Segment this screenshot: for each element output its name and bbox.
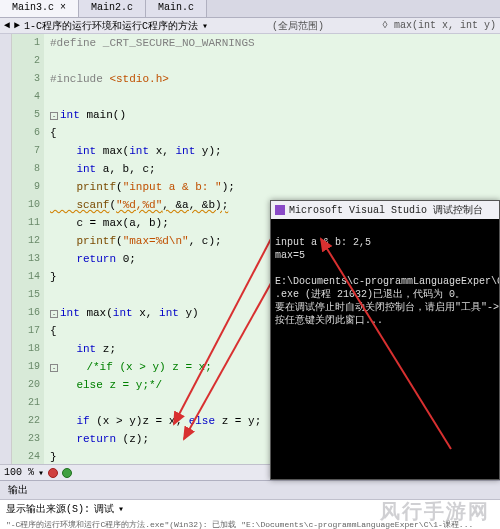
fold-icon[interactable]: - xyxy=(50,364,58,372)
chevron-down-icon[interactable]: ▾ xyxy=(118,503,124,515)
nav-fwd-icon[interactable]: ► xyxy=(14,20,20,31)
output-panel: 输出 显示输出来源(S): 调试 ▾ "-C程序的运行环境和运行C程序的方法.e… xyxy=(0,480,500,528)
chevron-down-icon[interactable]: ▾ xyxy=(38,467,44,479)
output-tab[interactable]: 输出 xyxy=(0,481,500,500)
annotation-arrow-console xyxy=(271,219,499,479)
debug-console-window[interactable]: Microsoft Visual Studio 调试控制台 input a & … xyxy=(270,200,500,480)
tab-main2[interactable]: Main2.c xyxy=(79,0,146,17)
vs-icon xyxy=(275,205,285,215)
nav-back-icon[interactable]: ◄ xyxy=(4,20,10,31)
close-icon[interactable]: × xyxy=(60,2,66,13)
console-title-text: Microsoft Visual Studio 调试控制台 xyxy=(289,203,483,217)
console-titlebar[interactable]: Microsoft Visual Studio 调试控制台 xyxy=(271,201,499,219)
output-source-dropdown[interactable]: 调试 xyxy=(94,502,114,516)
project-dropdown[interactable]: 1-C程序的运行环境和运行C程序的方法 xyxy=(24,19,198,33)
fold-icon[interactable]: - xyxy=(50,112,58,120)
chevron-down-icon[interactable]: ▾ xyxy=(202,20,208,32)
ok-indicator-icon[interactable] xyxy=(62,468,72,478)
line-number-gutter: 123456789101112131415161718192021222324 xyxy=(12,34,44,464)
function-dropdown[interactable]: ◊ max(int x, int y) xyxy=(382,20,496,31)
error-indicator-icon[interactable] xyxy=(48,468,58,478)
editor-margin xyxy=(0,34,12,464)
output-source-label: 显示输出来源(S): xyxy=(6,502,90,516)
fold-icon[interactable]: - xyxy=(50,310,58,318)
scope-dropdown[interactable]: (全局范围) xyxy=(272,19,324,33)
tab-main[interactable]: Main.c xyxy=(146,0,207,17)
zoom-level[interactable]: 100 % xyxy=(4,467,34,478)
file-tabs: Main3.c × Main2.c Main.c xyxy=(0,0,500,18)
nav-toolbar: ◄ ► 1-C程序的运行环境和运行C程序的方法 ▾ (全局范围) ◊ max(i… xyxy=(0,18,500,34)
console-output: input a & b: 2,5 max=5 E:\Documents\c-pr… xyxy=(271,219,499,479)
svg-line-2 xyxy=(321,239,451,449)
output-text: "-C程序的运行环境和运行C程序的方法.exe"(Win32): 已加载 "E:… xyxy=(0,518,500,529)
tab-main3[interactable]: Main3.c × xyxy=(0,0,79,17)
